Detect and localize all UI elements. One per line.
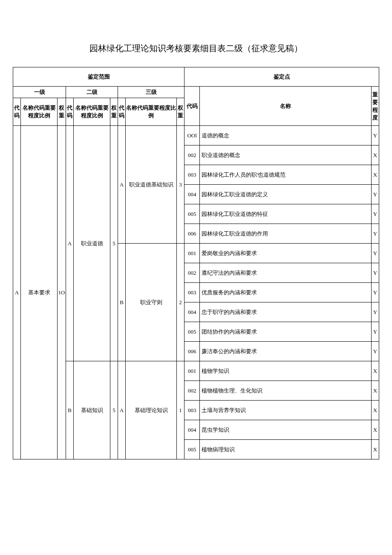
point-name: 园林绿化工职业道德的定义	[200, 185, 372, 204]
l3-weight: 3	[177, 126, 184, 244]
point-importance: X	[371, 145, 379, 165]
header-lvl3: 三级	[118, 87, 184, 98]
header-l2-name: 名称代码重要程度比例	[74, 98, 110, 126]
point-importance: Y	[371, 302, 379, 322]
point-importance: Y	[371, 126, 379, 145]
point-code: 006	[184, 224, 200, 244]
point-code: 001	[184, 361, 200, 381]
header-point-code: 代码	[184, 87, 200, 126]
point-code: 003	[184, 401, 200, 420]
point-importance: X	[371, 401, 379, 420]
header-l2-weight: 权重	[110, 98, 118, 126]
point-code: 003	[184, 165, 200, 185]
point-code: 005	[184, 322, 200, 342]
point-name: 昆虫学知识	[200, 420, 372, 440]
point-importance: Y	[371, 322, 379, 342]
point-name: 职业道德的概念	[200, 145, 372, 165]
header-scope: 鉴定范围	[13, 67, 184, 87]
point-importance: X	[371, 381, 379, 401]
header-l2-code: 代码	[66, 98, 74, 126]
point-importance: X	[371, 440, 379, 459]
l3-code: B	[118, 244, 126, 361]
l3-name: 职业守则	[126, 244, 177, 361]
point-name: 植物植物生理、生化知识	[200, 381, 372, 401]
l3-weight: 1	[177, 361, 184, 459]
point-code: 003	[184, 283, 200, 302]
header-l1-name: 名称代码重要程度比例	[21, 98, 58, 126]
point-name: 忠于职守的内涵和要求	[200, 302, 372, 322]
point-importance: Y	[371, 244, 379, 263]
assessment-table: 鉴定范围 鉴定点 一级 二级 三级 代码 名称 重要程度 代码 名称代码重要程度…	[13, 67, 379, 459]
point-name: 植物病理知识	[200, 440, 372, 459]
point-name: 廉洁奉公的内涵和要求	[200, 342, 372, 361]
l3-name: 基础理论知识	[126, 361, 177, 459]
header-l3-weight: 权重	[177, 98, 184, 126]
point-importance: Y	[371, 342, 379, 361]
header-l3-name: 名称代码重要程度比例	[126, 98, 177, 126]
l1-name: 基本要求	[21, 126, 58, 459]
point-name: 道德的概念	[200, 126, 372, 145]
l3-code: A	[118, 361, 126, 459]
point-importance: X	[371, 165, 379, 185]
l2-code: A	[66, 126, 74, 361]
l3-weight: 2	[177, 244, 184, 361]
header-l3-code: 代码	[118, 98, 126, 126]
point-importance: Y	[371, 224, 379, 244]
table-row: A 基本要求 1O A 职业道德 5 A 职业道德基础知识 3 OOl 道德的概…	[13, 126, 379, 145]
point-name: 园林绿化工职业道德的特征	[200, 204, 372, 224]
point-name: 植物学知识	[200, 361, 372, 381]
point-importance: X	[371, 420, 379, 440]
l1-weight: 1O	[58, 126, 66, 459]
table-row: B 基础知识 5 A 基础理论知识 1 001 植物学知识 X	[13, 361, 379, 381]
point-name: 土壤与营养学知识	[200, 401, 372, 420]
header-point: 鉴定点	[184, 67, 379, 87]
header-l1-code: 代码	[13, 98, 21, 126]
point-code: 004	[184, 302, 200, 322]
point-name: 园林绿化工作人员的职'也道德规范	[200, 165, 372, 185]
l3-name: 职业道德基础知识	[126, 126, 177, 244]
point-code: 002	[184, 263, 200, 283]
point-importance: Y	[371, 263, 379, 283]
header-importance: 重要程度	[371, 87, 379, 126]
header-l1-weight: 权重	[58, 98, 66, 126]
point-code: OOl	[184, 126, 200, 145]
point-importance: Y	[371, 283, 379, 302]
point-importance: X	[371, 361, 379, 381]
point-importance: Y	[371, 204, 379, 224]
l2-name: 职业道德	[74, 126, 110, 361]
point-code: 001	[184, 244, 200, 263]
header-point-name: 名称	[200, 87, 372, 126]
point-code: 006	[184, 342, 200, 361]
point-code: 002	[184, 145, 200, 165]
l1-code: A	[13, 126, 21, 459]
point-code: 004	[184, 420, 200, 440]
l3-code: A	[118, 126, 126, 244]
point-code: 002	[184, 381, 200, 401]
point-code: 004	[184, 185, 200, 204]
header-lvl1: 一级	[13, 87, 66, 98]
point-name: 优质服务的内涵和要求	[200, 283, 372, 302]
l2-weight: 5	[110, 126, 118, 361]
page-title: 园林绿化工理论知识考核要素细目表二级（征求意见稿）	[13, 43, 379, 54]
point-name: 遵纪守法的内涵和要求	[200, 263, 372, 283]
point-name: 团结协作的内涵和要求	[200, 322, 372, 342]
point-code: 005	[184, 204, 200, 224]
l2-weight: 5	[110, 361, 118, 459]
point-importance: Y	[371, 185, 379, 204]
header-lvl2: 二级	[66, 87, 118, 98]
l2-name: 基础知识	[74, 361, 110, 459]
l2-code: B	[66, 361, 74, 459]
point-name: 园林绿化工职业道德的作用	[200, 224, 372, 244]
point-name: 爱岗敬业的内涵和要求	[200, 244, 372, 263]
point-code: 005	[184, 440, 200, 459]
